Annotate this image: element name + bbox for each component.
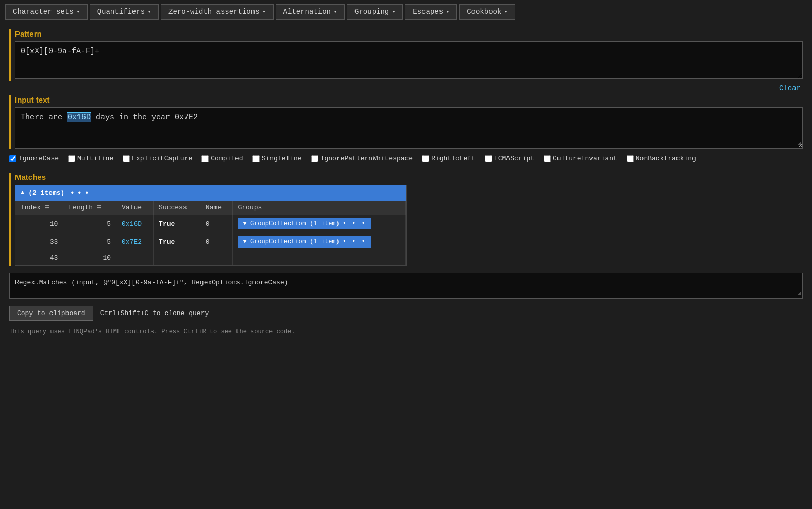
nav-btn-escapes[interactable]: Escapes ▾ [405, 4, 457, 20]
checkbox-input-cultureinvariant[interactable] [544, 155, 551, 162]
table-row: 3350x7E2True0▼ GroupCollection (1 item) … [15, 233, 406, 251]
input-text-label: Input text [15, 95, 803, 104]
cell-groups: ▼ GroupCollection (1 item) • • • [232, 233, 405, 251]
matches-label: Matches [15, 173, 803, 182]
pattern-section: Pattern 0[xX][0-9a-fA-F]+ Clear [9, 29, 803, 81]
checkbox-input-multiline[interactable] [68, 155, 75, 162]
chevron-down-icon: ▾ [334, 9, 337, 15]
checkbox-label-singleline: Singleline [262, 155, 302, 162]
cell-index: 33 [15, 233, 63, 251]
checkbox-ignorepatternwhitespace[interactable]: IgnorePatternWhitespace [311, 155, 413, 162]
checkbox-righttoleft[interactable]: RightToLeft [422, 155, 476, 162]
cell-success: True [154, 233, 200, 251]
footer-note: This query uses LINQPad's HTML controls.… [9, 328, 803, 335]
table-row: 1050x16DTrue0▼ GroupCollection (1 item) … [15, 215, 406, 233]
checkbox-compiled[interactable]: Compiled [201, 155, 243, 162]
checkbox-label-compiled: Compiled [211, 155, 243, 162]
nav-btn-character-sets[interactable]: Character sets ▾ [5, 4, 88, 20]
nav-btn-grouping[interactable]: Grouping ▾ [347, 4, 403, 20]
copy-to-clipboard-button[interactable]: Copy to clipboard [9, 306, 93, 321]
cell-length: 5 [63, 215, 116, 233]
checkbox-input-singleline[interactable] [252, 155, 260, 162]
main-content: Pattern 0[xX][0-9a-fA-F]+ Clear Input te… [0, 24, 812, 340]
cell-value [116, 251, 154, 266]
checkbox-input-ecmascript[interactable] [485, 155, 492, 162]
matches-table-container: ▲ (2 items) • • • Index ☰ Length ☰ Value… [15, 185, 407, 266]
checkbox-input-righttoleft[interactable] [422, 155, 429, 162]
checkbox-singleline[interactable]: Singleline [252, 155, 302, 162]
checkbox-row: IgnoreCaseMultilineExplicitCaptureCompil… [9, 155, 803, 166]
checkbox-multiline[interactable]: Multiline [68, 155, 113, 162]
checkbox-label-multiline: Multiline [77, 155, 113, 162]
input-text-after: days in the year 0x7E2 [91, 113, 198, 122]
copy-hint: Ctrl+Shift+C to clone query [100, 309, 209, 317]
code-section: Regex.Matches (input, @"0[xX][0-9a-fA-F]… [9, 273, 803, 299]
input-display[interactable]: There are 0x16D days in the year 0x7E2 ◢ [15, 107, 803, 149]
matches-header-row: ▲ (2 items) • • • [15, 185, 406, 201]
nav-btn-quantifiers[interactable]: Quantifiers ▾ [90, 4, 159, 20]
col-value: Value [116, 201, 154, 215]
col-groups: Groups [232, 201, 405, 215]
col-length: Length ☰ [63, 201, 116, 215]
checkbox-input-ignorecase[interactable] [9, 155, 16, 162]
input-text-section: Input text There are 0x16D days in the y… [9, 95, 803, 149]
matches-count: (2 items) [28, 189, 64, 197]
chevron-down-icon: ▾ [77, 9, 80, 15]
checkbox-row-1: IgnoreCaseMultilineExplicitCaptureCompil… [9, 155, 803, 162]
resize-indicator: ◢ [798, 139, 801, 147]
matches-table: Index ☰ Length ☰ Value Success Name Grou… [15, 201, 406, 265]
pattern-wrapper: 0[xX][0-9a-fA-F]+ Clear [15, 41, 803, 81]
checkbox-label-ignorecase: IgnoreCase [19, 155, 59, 162]
pattern-input[interactable]: 0[xX][0-9a-fA-F]+ [15, 41, 803, 79]
input-text-before: There are [21, 113, 67, 122]
checkbox-label-cultureinvariant: CultureInvariant [553, 155, 617, 162]
cell-index: 10 [15, 215, 63, 233]
checkbox-label-nonbacktracking: NonBacktracking [636, 155, 696, 162]
table-row: 4310 [15, 251, 406, 266]
checkbox-label-ignorepatternwhitespace: IgnorePatternWhitespace [320, 155, 413, 162]
group-collection-button[interactable]: ▼ GroupCollection (1 item) • • • [238, 236, 371, 248]
col-index: Index ☰ [15, 201, 63, 215]
cell-name [200, 251, 232, 266]
clear-button[interactable]: Clear [777, 83, 803, 93]
cell-value: 0x7E2 [116, 233, 154, 251]
checkbox-input-ignorepatternwhitespace[interactable] [311, 155, 318, 162]
cell-value: 0x16D [116, 215, 154, 233]
checkbox-input-compiled[interactable] [201, 155, 209, 162]
chevron-down-icon: ▾ [446, 9, 449, 15]
chevron-down-icon: ▾ [148, 9, 151, 15]
input-text-highlight: 0x16D [67, 112, 91, 122]
checkbox-input-explicitcapture[interactable] [123, 155, 130, 162]
checkbox-label-righttoleft: RightToLeft [431, 155, 476, 162]
checkbox-input-nonbacktracking[interactable] [627, 155, 634, 162]
cell-success [154, 251, 200, 266]
code-text: Regex.Matches (input, @"0[xX][0-9a-fA-F]… [15, 278, 289, 286]
nav-btn-zero-width[interactable]: Zero-width assertions ▾ [161, 4, 273, 20]
checkbox-label-explicitcapture: ExplicitCapture [132, 155, 192, 162]
cell-length: 5 [63, 233, 116, 251]
code-display[interactable]: Regex.Matches (input, @"0[xX][0-9a-fA-F]… [9, 273, 803, 299]
cell-name: 0 [200, 215, 232, 233]
checkbox-nonbacktracking[interactable]: NonBacktracking [627, 155, 696, 162]
cell-groups: ▼ GroupCollection (1 item) • • • [232, 215, 405, 233]
cell-length: 10 [63, 251, 116, 266]
code-resize: ◢ [798, 289, 801, 297]
cell-index: 43 [15, 251, 63, 266]
nav-btn-alternation[interactable]: Alternation ▾ [276, 4, 345, 20]
cell-success: True [154, 215, 200, 233]
checkbox-cultureinvariant[interactable]: CultureInvariant [544, 155, 617, 162]
checkbox-ignorecase[interactable]: IgnoreCase [9, 155, 59, 162]
group-collection-button[interactable]: ▼ GroupCollection (1 item) • • • [238, 218, 371, 229]
chevron-down-icon: ▾ [392, 9, 395, 15]
col-name: Name [200, 201, 232, 215]
expand-icon[interactable]: ▲ [21, 189, 24, 196]
checkbox-label-ecmascript: ECMAScript [494, 155, 534, 162]
cell-name: 0 [200, 233, 232, 251]
col-success: Success [154, 201, 200, 215]
nav-btn-cookbook[interactable]: Cookbook ▾ [459, 4, 515, 20]
checkbox-explicitcapture[interactable]: ExplicitCapture [123, 155, 192, 162]
matches-dots-menu[interactable]: • • • [69, 188, 91, 198]
nav-bar: Character sets ▾Quantifiers ▾Zero-width … [0, 0, 812, 24]
checkbox-ecmascript[interactable]: ECMAScript [485, 155, 534, 162]
dots-icon: • • • [343, 220, 366, 227]
